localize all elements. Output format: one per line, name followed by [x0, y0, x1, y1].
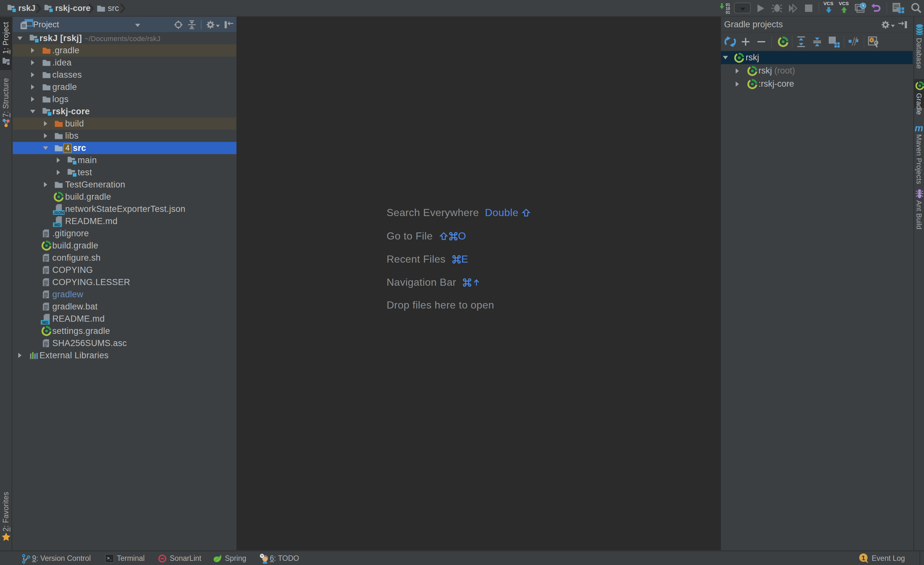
svg-text:01: 01 [726, 10, 730, 15]
svg-text:JSON: JSON [54, 210, 64, 215]
svg-text:1: 1 [861, 554, 865, 562]
svg-text:MD: MD [42, 320, 48, 325]
svg-text:MD: MD [54, 222, 61, 227]
